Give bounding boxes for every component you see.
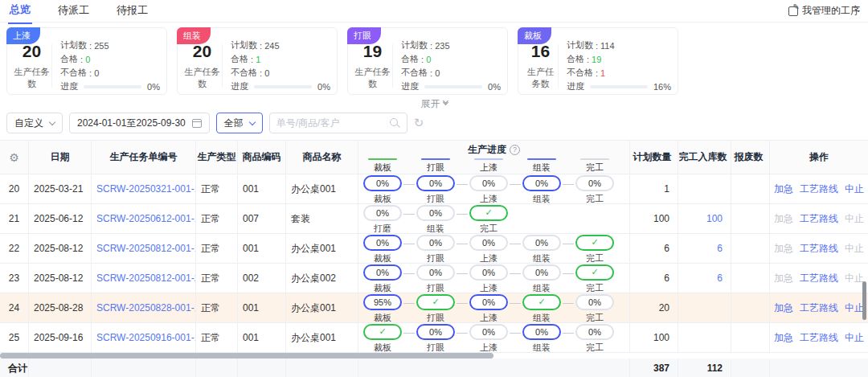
order-number-link[interactable]: SCRW-20250812-001-1 — [96, 243, 196, 254]
step-connector — [403, 273, 415, 274]
step-percent-pill[interactable]: 0% — [575, 175, 614, 191]
step-percent-pill[interactable]: 0% — [522, 175, 561, 191]
step-percent-pill[interactable]: 0% — [416, 175, 455, 191]
progress-step: 0%组装 — [522, 264, 561, 293]
step-percent-pill[interactable]: 0% — [469, 324, 508, 340]
step-label: 完工 — [586, 312, 604, 323]
expand-link[interactable]: 展开 — [421, 98, 448, 109]
route-action[interactable]: 工艺路线 — [800, 242, 838, 256]
progress-step: 0%裁板 — [363, 235, 402, 264]
route-action[interactable]: 工艺路线 — [800, 212, 838, 226]
row-done-qty-link[interactable]: 100 — [706, 213, 723, 224]
step-percent-pill[interactable]: 0% — [522, 324, 561, 340]
urgent-action[interactable]: 加急 — [774, 301, 793, 315]
task-count-label: 生产任务数 — [523, 66, 558, 90]
step-label: 上漆 — [480, 312, 497, 323]
vertical-scrollbar-thumb[interactable] — [862, 281, 866, 320]
search-icon[interactable] — [390, 118, 400, 129]
step-check-pill[interactable]: ✓ — [522, 294, 561, 310]
step-percent-pill[interactable]: 95% — [363, 294, 402, 310]
date-range-picker[interactable]: 2024-01-01至2025-09-30 — [69, 113, 210, 133]
my-processes-label: 我管理的工序 — [802, 4, 860, 18]
order-number-link[interactable]: SCRW-20250612-001-1 — [96, 213, 196, 224]
pass-label: 合格 — [231, 53, 248, 65]
route-action[interactable]: 工艺路线 — [800, 301, 838, 315]
step-check-pill[interactable]: ✓ — [575, 235, 614, 251]
step-percent-pill[interactable]: 0% — [363, 205, 402, 221]
step-label: 上漆 — [480, 282, 497, 293]
order-number-link[interactable]: SCRW-20250321-001-1 — [96, 183, 196, 195]
order-number-link[interactable]: SCRW-20250812-001-2 — [96, 273, 196, 284]
step-percent-pill[interactable]: 0% — [363, 175, 402, 191]
step-percent-pill[interactable]: 0% — [416, 324, 455, 340]
type-filter-select[interactable]: 全部 — [216, 113, 263, 133]
table-row: 242025-08-28SCRW-20250828-001-1正常001办公桌0… — [0, 293, 868, 323]
step-check-pill[interactable]: ✓ — [416, 294, 455, 310]
col-type: 生产类型 — [196, 141, 238, 174]
order-number-link[interactable]: SCRW-20250828-001-1 — [96, 302, 196, 313]
step-check-pill[interactable]: ✓ — [575, 264, 614, 281]
step-percent-pill[interactable]: 0% — [522, 235, 561, 251]
progress-percent: 0% — [488, 82, 501, 92]
order-number-link[interactable]: SCRW-20250916-001-1 — [96, 332, 196, 343]
progress-step: 0%上漆 — [469, 235, 508, 264]
refresh-icon[interactable]: ↻ — [414, 116, 424, 130]
abort-action[interactable]: 中止 — [845, 331, 864, 345]
row-product-name: 套装 — [286, 204, 358, 233]
step-percent-pill[interactable]: 0% — [363, 264, 402, 281]
row-done-qty-link[interactable]: 6 — [717, 243, 723, 254]
tab-to-dispatch[interactable]: 待派工 — [56, 0, 91, 23]
row-done-qty-link[interactable]: 6 — [717, 273, 723, 284]
progress-step: 0%打眼 — [416, 235, 455, 264]
tab-to-report[interactable]: 待报工 — [115, 0, 149, 23]
row-index: 21 — [0, 204, 29, 233]
step-percent-pill[interactable]: 0% — [469, 235, 508, 251]
row-index: 20 — [0, 174, 29, 203]
table-row: 252025-09-16SCRW-20250916-001-1正常001办公桌0… — [0, 323, 868, 353]
col-done-qty: 完工入库数 — [678, 141, 731, 174]
progress-step: ✓组装 — [522, 294, 561, 323]
step-check-pill[interactable]: ✓ — [469, 205, 508, 221]
step-connector — [510, 273, 521, 274]
expand-label: 展开 — [421, 98, 440, 109]
route-action[interactable]: 工艺路线 — [800, 272, 838, 285]
date-range-value: 2024-01-01至2025-09-30 — [77, 117, 186, 130]
row-date: 2025-09-16 — [29, 323, 92, 352]
range-type-select[interactable]: 自定义 — [6, 113, 63, 133]
row-product-name: 办公桌001 — [286, 323, 358, 352]
urgent-action[interactable]: 加急 — [774, 182, 793, 196]
urgent-action[interactable]: 加急 — [774, 331, 793, 345]
step-percent-pill[interactable]: 0% — [469, 264, 508, 281]
step-label: 组装 — [533, 252, 551, 264]
progress-step: 95%裁板 — [363, 294, 402, 323]
step-percent-pill[interactable]: 0% — [363, 235, 402, 251]
step-percent-pill[interactable]: 0% — [575, 294, 614, 310]
horizontal-scrollbar-thumb[interactable] — [0, 353, 493, 359]
step-percent-pill[interactable]: 0% — [522, 264, 561, 281]
route-action[interactable]: 工艺路线 — [800, 331, 838, 345]
step-percent-pill[interactable]: 0% — [416, 205, 455, 221]
search-input[interactable] — [276, 117, 385, 129]
column-settings-gear-icon[interactable]: ⚙ — [9, 151, 19, 164]
step-percent-pill[interactable]: 0% — [469, 175, 508, 191]
step-label: 完工 — [586, 342, 604, 353]
step-connector — [510, 184, 521, 185]
step-percent-pill[interactable]: 0% — [416, 235, 455, 251]
step-header: 打眼 — [416, 158, 455, 174]
abort-action[interactable]: 中止 — [845, 182, 864, 196]
route-action[interactable]: 工艺路线 — [800, 182, 838, 196]
step-percent-pill[interactable]: 0% — [575, 324, 614, 340]
help-icon[interactable]: ? — [510, 145, 520, 155]
row-index: 24 — [0, 293, 29, 322]
my-processes-link[interactable]: 我管理的工序 — [788, 4, 860, 18]
step-header: 裁板 — [363, 158, 402, 174]
step-check-pill[interactable]: ✓ — [363, 324, 402, 340]
abort-action[interactable]: 中止 — [845, 301, 864, 315]
step-percent-pill[interactable]: 0% — [469, 294, 508, 310]
tab-overview[interactable]: 总览 — [8, 0, 32, 24]
row-plan-qty: 20 — [630, 293, 678, 322]
step-label: 打磨 — [374, 223, 391, 234]
step-percent-pill[interactable]: 0% — [416, 264, 455, 281]
row-date: 2025-08-28 — [29, 293, 92, 322]
plan-value: 245 — [264, 41, 279, 51]
